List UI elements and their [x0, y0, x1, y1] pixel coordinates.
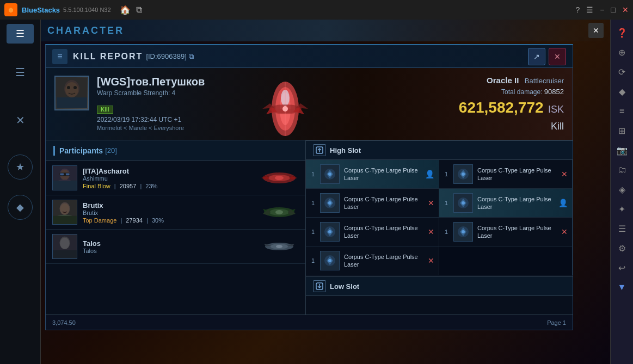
export-button[interactable]: ↗: [528, 48, 545, 65]
sidebar-help-button[interactable]: ❓: [613, 24, 631, 41]
high-slot-icon: [314, 144, 325, 156]
final-blow-label: Final Blow: [83, 183, 110, 189]
character-title: CHARACTER: [47, 25, 124, 36]
equipment-panel[interactable]: High Slot 1: [306, 140, 573, 314]
ship-thumbnail: [257, 201, 301, 223]
item-action-icon[interactable]: ✕: [428, 199, 434, 207]
sidebar-diamond-button[interactable]: ◆: [613, 83, 631, 100]
sidebar-folder-button[interactable]: 🗂: [613, 161, 631, 178]
star-button[interactable]: ★: [8, 155, 33, 180]
menu-icon: ☰: [15, 66, 25, 79]
sidebar-star2-button[interactable]: ✦: [613, 200, 631, 218]
svg-point-38: [60, 238, 69, 249]
item-action-icon[interactable]: ✕: [428, 256, 434, 265]
maximize-button[interactable]: □: [611, 5, 616, 14]
sidebar-settings-button[interactable]: ⚙: [613, 239, 631, 257]
item-qty: 1: [311, 257, 317, 264]
item-icon: [453, 222, 473, 242]
panel-close-icon: ✕: [554, 52, 561, 61]
diamond-button[interactable]: ◆: [8, 195, 33, 220]
item-name: Corpus C-Type Large Pulse Laser: [344, 166, 433, 182]
item-name: Corpus C-Type Large Pulse Laser: [477, 166, 567, 182]
item-qty: 1: [445, 200, 450, 206]
total-damage-value: 90852: [544, 88, 564, 96]
sidebar-refresh-button[interactable]: ⟳: [613, 63, 631, 81]
item-action-icon[interactable]: 👤: [558, 199, 568, 207]
equip-item[interactable]: 1 Corpus C-Type Large Pulse Laser ✕: [439, 218, 573, 246]
item-name: Corpus C-Type Large Pulse Laser: [477, 224, 567, 240]
item-name: Corpus C-Type Large Pulse Laser: [344, 253, 433, 269]
equip-item[interactable]: 1 Corpus C-Type Large Pulse Laser ✕: [306, 218, 439, 246]
victim-section: [WGS]тов.Петушков Warp Scramble Strength…: [46, 68, 573, 140]
top-damage-label: Top Damage: [83, 217, 116, 224]
stat-separator: |: [114, 183, 116, 189]
character-header-bar: CHARACTER ✕: [41, 20, 610, 41]
high-slot-items: 1 Corpus C-Type Large Pulse Laser 👤: [306, 160, 573, 275]
home-icon[interactable]: 🏠: [120, 5, 131, 15]
equip-item[interactable]: 1 Corpus C-Type Large Pulse Laser ✕: [439, 160, 573, 189]
titlebar: BlueStacks 5.5.100.1040 N32 🏠 ⧉ ? ☰ − □ …: [0, 0, 633, 20]
close-button[interactable]: ✕: [622, 5, 629, 14]
ship-thumbnail: [257, 236, 301, 257]
svg-point-58: [462, 201, 465, 205]
item-name: Corpus C-Type Large Pulse Laser: [477, 195, 567, 211]
panel-close-button[interactable]: ✕: [549, 48, 566, 65]
close-sidebar-button[interactable]: ✕: [7, 107, 34, 134]
svg-rect-22: [66, 173, 70, 175]
item-qty: 1: [311, 229, 317, 235]
equip-item[interactable]: 1 Corpus C-Type Large Pulse Laser 👤: [306, 160, 439, 189]
sidebar-back-button[interactable]: ↩: [613, 259, 631, 276]
panel-menu-button[interactable]: ≡: [52, 49, 67, 64]
equip-item[interactable]: 1 Corpus C-Type Large Pulse Laser ✕: [306, 246, 439, 275]
participant-avatar: [52, 234, 77, 259]
item-action-icon[interactable]: ✕: [428, 227, 434, 236]
x-icon: ✕: [16, 114, 25, 127]
header-pipe: [53, 146, 55, 156]
sidebar-menu2-button[interactable]: ☰: [613, 220, 631, 237]
svg-rect-7: [57, 97, 87, 108]
item-icon: [320, 251, 340, 270]
total-damage-label: Total damage: 90852: [455, 88, 564, 96]
sidebar-layers-button[interactable]: ◈: [613, 181, 631, 198]
sidebar-camera-button[interactable]: 📷: [613, 141, 631, 159]
item-icon: [453, 193, 473, 213]
item-action-icon[interactable]: 👤: [425, 170, 434, 178]
right-sidebar: ❓ ⊕ ⟳ ◆ ≡ ⊞ 📷 🗂 ◈ ✦ ☰ ⚙ ↩ ▼: [610, 20, 633, 364]
character-close-button[interactable]: ✕: [588, 23, 604, 38]
item-icon: [320, 222, 340, 242]
list-item[interactable]: Brutix Brutix Top Damage | 27934 | 30%: [46, 195, 305, 230]
equip-item[interactable]: 1 Corpus C-Type Large Pulse Laser 👤: [439, 189, 573, 218]
help-button[interactable]: ?: [576, 5, 580, 14]
bottom-bar: 3,074.50 Page 1: [46, 314, 573, 330]
sidebar-menu-button[interactable]: ☰: [7, 59, 34, 86]
sidebar-grid-button[interactable]: ⊞: [613, 122, 631, 139]
svg-point-44: [276, 245, 282, 248]
page-indicator: Page 1: [547, 319, 566, 326]
item-action-icon[interactable]: ✕: [561, 227, 568, 236]
svg-point-61: [328, 230, 331, 233]
damage-percent: 30%: [152, 217, 164, 224]
svg-point-64: [462, 230, 465, 233]
list-item[interactable]: [ITA]Ascharot Ashimmu Final Blow | 20957…: [46, 161, 305, 195]
damage-value: 20957: [120, 183, 137, 189]
hamburger-menu-button[interactable]: ☰: [7, 24, 34, 44]
minimize-button[interactable]: −: [600, 5, 604, 14]
copy-id-icon[interactable]: ⧉: [189, 52, 194, 61]
list-item[interactable]: Talos Talos: [46, 230, 305, 264]
sidebar-filter-button[interactable]: ▼: [613, 279, 631, 296]
high-slot-header: High Slot: [306, 140, 573, 160]
main-content: Participants [20]: [46, 140, 573, 314]
kill-badge: Kill: [97, 106, 113, 114]
sidebar-list-button[interactable]: ≡: [613, 102, 631, 120]
copy-icon[interactable]: ⧉: [136, 5, 142, 15]
sidebar-add-button[interactable]: ⊕: [613, 44, 631, 61]
item-action-icon[interactable]: ✕: [561, 170, 568, 178]
participants-list[interactable]: [ITA]Ascharot Ashimmu Final Blow | 20957…: [46, 161, 305, 314]
svg-rect-23: [53, 181, 77, 190]
participant-avatar: [52, 200, 77, 225]
ship-svg: [247, 76, 323, 141]
window-controls: ? ☰ − □ ✕: [576, 5, 629, 14]
hamburger-icon: ☰: [16, 28, 24, 40]
equip-item[interactable]: 1 Corpus C-Type Large Pulse Laser ✕: [306, 189, 439, 218]
menu-button[interactable]: ☰: [586, 5, 593, 14]
